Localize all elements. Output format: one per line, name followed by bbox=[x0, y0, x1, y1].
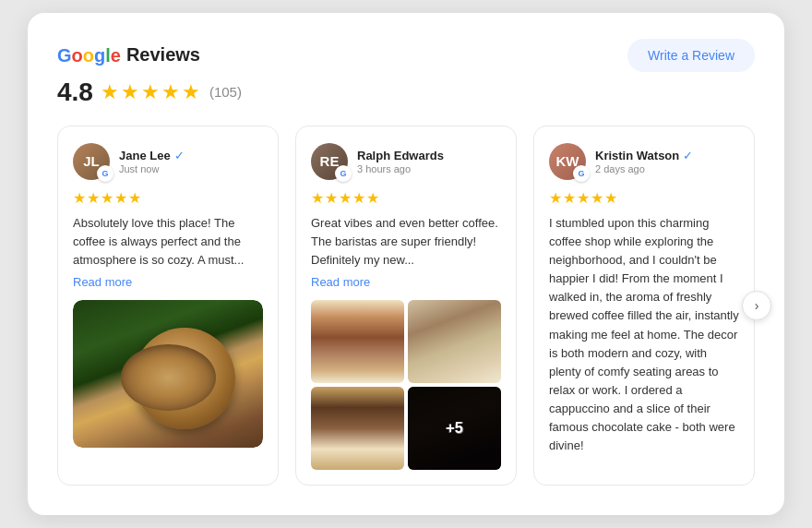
rating-row: 4.8 ★ ★ ★ ★ ★ (105) bbox=[57, 78, 755, 107]
review-stars: ★ ★ ★ ★ ★ bbox=[311, 189, 501, 207]
verified-icon: ✓ bbox=[683, 149, 693, 162]
review-star: ★ bbox=[87, 189, 100, 207]
review-card-ralph-edwards: RE G Ralph Edwards 3 hours ago ★ ★ ★ ★ ★ bbox=[295, 126, 517, 486]
google-letter-e: e bbox=[111, 46, 121, 65]
review-star: ★ bbox=[311, 189, 324, 207]
review-image-grid: +5 bbox=[311, 300, 501, 470]
header: Google Reviews Write a Review bbox=[57, 39, 755, 72]
review-time: 3 hours ago bbox=[357, 163, 444, 174]
review-star: ★ bbox=[366, 189, 379, 207]
review-time: Just now bbox=[119, 163, 185, 174]
header-left: Google Reviews bbox=[57, 44, 200, 66]
write-review-button[interactable]: Write a Review bbox=[627, 39, 755, 72]
woman-image bbox=[311, 387, 404, 470]
reviewer-row: JL G Jane Lee ✓ Just now bbox=[73, 143, 263, 180]
reviewer-name-row: Kristin Watson ✓ bbox=[595, 149, 693, 162]
verified-icon: ✓ bbox=[174, 149, 185, 162]
reviewer-name-row: Ralph Edwards bbox=[357, 149, 444, 162]
cake-image bbox=[311, 300, 404, 383]
review-star: ★ bbox=[128, 189, 141, 207]
reviewer-name: Jane Lee bbox=[119, 149, 171, 162]
reviewer-name: Ralph Edwards bbox=[357, 149, 444, 162]
google-logo: Google bbox=[57, 46, 121, 65]
google-letter-o1: o bbox=[72, 46, 83, 65]
review-star: ★ bbox=[114, 189, 127, 207]
more-images-overlay: +5 bbox=[408, 387, 501, 470]
review-star: ★ bbox=[577, 189, 590, 207]
review-count: (105) bbox=[209, 84, 242, 100]
star-4: ★ bbox=[161, 80, 180, 104]
review-star: ★ bbox=[352, 189, 365, 207]
latte-image bbox=[73, 300, 263, 448]
review-star: ★ bbox=[101, 189, 113, 207]
review-text: Great vibes and even better coffee. The … bbox=[311, 214, 501, 270]
review-stars: ★ ★ ★ ★ ★ bbox=[549, 189, 739, 207]
rating-number: 4.8 bbox=[57, 78, 93, 107]
google-badge: G bbox=[335, 165, 352, 182]
google-badge: G bbox=[97, 165, 113, 182]
google-badge: G bbox=[573, 165, 590, 182]
reviewer-row: RE G Ralph Edwards 3 hours ago bbox=[311, 143, 501, 180]
review-star: ★ bbox=[325, 189, 338, 207]
reviewer-info: Jane Lee ✓ Just now bbox=[119, 149, 185, 174]
chevron-right-icon: › bbox=[755, 298, 759, 313]
avatar-wrap: KW G bbox=[549, 143, 586, 180]
reviewer-name-row: Jane Lee ✓ bbox=[119, 149, 185, 162]
reviews-grid: JL G Jane Lee ✓ Just now ★ ★ ★ ★ bbox=[57, 126, 755, 486]
star-2: ★ bbox=[121, 80, 139, 104]
review-text: Absolutely love this place! The coffee i… bbox=[73, 214, 263, 270]
review-card-jane-lee: JL G Jane Lee ✓ Just now ★ ★ ★ ★ bbox=[57, 126, 279, 486]
google-letter-g2: g bbox=[94, 46, 105, 65]
reviewer-info: Kristin Watson ✓ 2 days ago bbox=[595, 149, 693, 174]
coffee-cups-image bbox=[408, 300, 501, 383]
star-1: ★ bbox=[101, 80, 119, 104]
reviewer-row: KW G Kristin Watson ✓ 2 days ago bbox=[549, 143, 739, 180]
avatar-wrap: JL G bbox=[73, 143, 110, 180]
review-card-kristin-watson: KW G Kristin Watson ✓ 2 days ago ★ ★ ★ bbox=[533, 126, 755, 486]
more-count-label: +5 bbox=[445, 419, 464, 438]
google-letter-o2: o bbox=[83, 46, 94, 65]
header-title: Reviews bbox=[126, 44, 200, 66]
review-text: I stumbled upon this charming coffee sho… bbox=[549, 214, 739, 456]
reviewer-name: Kristin Watson bbox=[595, 149, 679, 162]
overall-stars: ★ ★ ★ ★ ★ bbox=[101, 80, 200, 104]
next-arrow-button[interactable]: › bbox=[742, 291, 771, 320]
read-more-link[interactable]: Read more bbox=[311, 275, 501, 289]
google-reviews-widget: Google Reviews Write a Review 4.8 ★ ★ ★ … bbox=[28, 13, 784, 515]
star-3: ★ bbox=[141, 80, 160, 104]
review-star: ★ bbox=[591, 189, 603, 207]
review-star: ★ bbox=[604, 189, 617, 207]
review-time: 2 days ago bbox=[595, 163, 693, 174]
review-star: ★ bbox=[339, 189, 352, 207]
review-stars: ★ ★ ★ ★ ★ bbox=[73, 189, 263, 207]
review-star: ★ bbox=[563, 189, 576, 207]
avatar-wrap: RE G bbox=[311, 143, 348, 180]
read-more-link[interactable]: Read more bbox=[73, 275, 263, 289]
review-star: ★ bbox=[73, 189, 86, 207]
star-5: ★ bbox=[182, 80, 200, 104]
review-image bbox=[73, 300, 263, 448]
google-letter-g: G bbox=[57, 46, 72, 65]
review-star: ★ bbox=[549, 189, 562, 207]
reviewer-info: Ralph Edwards 3 hours ago bbox=[357, 149, 444, 174]
